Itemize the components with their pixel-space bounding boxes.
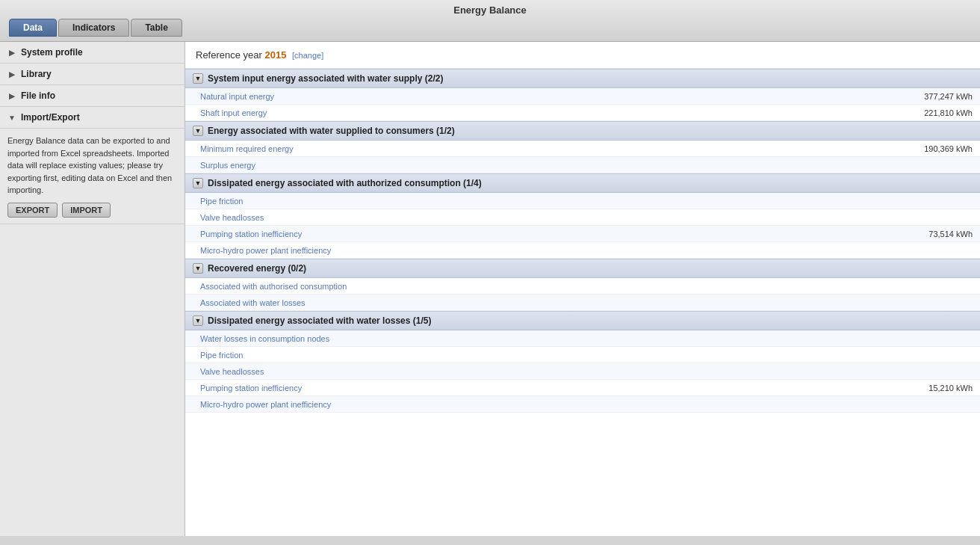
section-toggle-dissipated-losses[interactable]: ▼ bbox=[193, 315, 203, 326]
section-header-dissipated-losses: ▼ Dissipated energy associated with wate… bbox=[185, 311, 980, 330]
reference-year-row: Reference year 2015 [change] bbox=[185, 42, 980, 69]
section-title-dissipated-auth: Dissipated energy associated with author… bbox=[208, 178, 482, 188]
row-pipe-friction-2: Pipe friction bbox=[185, 347, 980, 363]
row-pipe-friction-1: Pipe friction bbox=[185, 193, 980, 209]
row-pumping-ineff-1: Pumping station inefficiency 73,514 kWh bbox=[185, 226, 980, 242]
tab-table[interactable]: Table bbox=[131, 19, 182, 37]
sidebar-label-system-profile: System profile bbox=[21, 47, 83, 58]
row-valve-headlosses-2: Valve headlosses bbox=[185, 363, 980, 380]
section-toggle-energy-consumers[interactable]: ▼ bbox=[193, 126, 203, 136]
section-title-recovered: Recovered energy (0/2) bbox=[208, 263, 306, 274]
reference-year-label: Reference year bbox=[196, 49, 262, 61]
row-surplus-energy: Surplus energy bbox=[185, 157, 980, 173]
row-valve-headlosses-1: Valve headlosses bbox=[185, 209, 980, 226]
row-min-required: Minimum required energy 190,369 kWh bbox=[185, 141, 980, 157]
row-label: Micro-hydro power plant inefficiency bbox=[200, 246, 331, 255]
section-toggle-system-input[interactable]: ▼ bbox=[193, 73, 203, 84]
row-value: 377,247 kWh bbox=[924, 92, 973, 101]
arrow-icon-file-info: ▶ bbox=[6, 90, 18, 102]
row-water-losses-nodes: Water losses in consumption nodes bbox=[185, 330, 980, 347]
row-label: Pumping station inefficiency bbox=[200, 230, 302, 238]
row-shaft-input: Shaft input energy 221,810 kWh bbox=[185, 105, 980, 121]
row-assoc-water-losses: Associated with water losses bbox=[185, 295, 980, 311]
row-label: Pipe friction bbox=[200, 197, 243, 206]
arrow-icon-library: ▶ bbox=[6, 68, 18, 80]
tab-indicators[interactable]: Indicators bbox=[58, 19, 129, 37]
sidebar: ▶ System profile ▶ Library ▶ File info ▼… bbox=[0, 42, 185, 536]
section-toggle-dissipated-auth[interactable]: ▼ bbox=[193, 178, 203, 188]
import-export-content: Energy Balance data can be exported to a… bbox=[0, 129, 184, 224]
section-title-energy-consumers: Energy associated with water supplied to… bbox=[208, 126, 455, 136]
row-label: Pipe friction bbox=[200, 351, 243, 360]
sidebar-label-file-info: File info bbox=[21, 90, 55, 101]
sidebar-item-system-profile[interactable]: ▶ System profile bbox=[0, 42, 184, 64]
content-area: Reference year 2015 [change] ▼ System in… bbox=[185, 42, 980, 536]
row-micro-hydro-1: Micro-hydro power plant inefficiency bbox=[185, 242, 980, 259]
change-year-link[interactable]: [change] bbox=[292, 51, 323, 60]
import-button[interactable]: IMPORT bbox=[62, 203, 111, 218]
main-layout: ▶ System profile ▶ Library ▶ File info ▼… bbox=[0, 42, 980, 536]
tab-bar: Data Indicators Table bbox=[0, 19, 980, 41]
row-label: Shaft input energy bbox=[200, 108, 267, 117]
row-label: Natural input energy bbox=[200, 92, 274, 101]
section-header-recovered: ▼ Recovered energy (0/2) bbox=[185, 259, 980, 278]
sidebar-item-library[interactable]: ▶ Library bbox=[0, 64, 184, 85]
row-label: Associated with water losses bbox=[200, 298, 306, 307]
row-label: Valve headlosses bbox=[200, 367, 264, 376]
row-value: 221,810 kWh bbox=[924, 108, 973, 117]
import-export-text: Energy Balance data can be exported to a… bbox=[7, 136, 172, 194]
section-header-energy-consumers: ▼ Energy associated with water supplied … bbox=[185, 121, 980, 141]
reference-year-value: 2015 bbox=[265, 49, 287, 61]
row-micro-hydro-2: Micro-hydro power plant inefficiency bbox=[185, 396, 980, 413]
row-assoc-auth: Associated with authorised consumption bbox=[185, 278, 980, 295]
row-natural-input: Natural input energy 377,247 kWh bbox=[185, 88, 980, 105]
row-value: 15,210 kWh bbox=[928, 384, 973, 392]
row-label: Micro-hydro power plant inefficiency bbox=[200, 400, 331, 409]
row-label: Pumping station inefficiency bbox=[200, 384, 302, 392]
arrow-icon-import-export: ▼ bbox=[6, 111, 18, 123]
sidebar-label-library: Library bbox=[21, 69, 52, 79]
import-export-buttons: EXPORT IMPORT bbox=[7, 203, 177, 218]
section-title-dissipated-losses: Dissipated energy associated with water … bbox=[208, 315, 431, 326]
section-header-dissipated-auth: ▼ Dissipated energy associated with auth… bbox=[185, 173, 980, 193]
section-header-system-input: ▼ System input energy associated with wa… bbox=[185, 69, 980, 88]
top-bar: Energy Balance Data Indicators Table bbox=[0, 0, 980, 42]
section-title-system-input: System input energy associated with wate… bbox=[208, 73, 443, 84]
row-pumping-ineff-2: Pumping station inefficiency 15,210 kWh bbox=[185, 380, 980, 396]
row-label: Valve headlosses bbox=[200, 213, 264, 222]
row-value: 73,514 kWh bbox=[928, 230, 973, 238]
row-label: Surplus energy bbox=[200, 161, 255, 170]
app-title: Energy Balance bbox=[0, 0, 980, 19]
sidebar-item-import-export[interactable]: ▼ Import/Export bbox=[0, 107, 184, 129]
export-button[interactable]: EXPORT bbox=[7, 203, 58, 218]
row-label: Water losses in consumption nodes bbox=[200, 334, 329, 343]
row-label: Associated with authorised consumption bbox=[200, 282, 347, 291]
sidebar-item-file-info[interactable]: ▶ File info bbox=[0, 85, 184, 107]
sidebar-label-import-export: Import/Export bbox=[21, 112, 80, 123]
row-value: 190,369 kWh bbox=[924, 144, 973, 153]
arrow-icon-system-profile: ▶ bbox=[6, 46, 18, 58]
tab-data[interactable]: Data bbox=[9, 19, 57, 37]
row-label: Minimum required energy bbox=[200, 144, 294, 153]
section-toggle-recovered[interactable]: ▼ bbox=[193, 263, 203, 274]
